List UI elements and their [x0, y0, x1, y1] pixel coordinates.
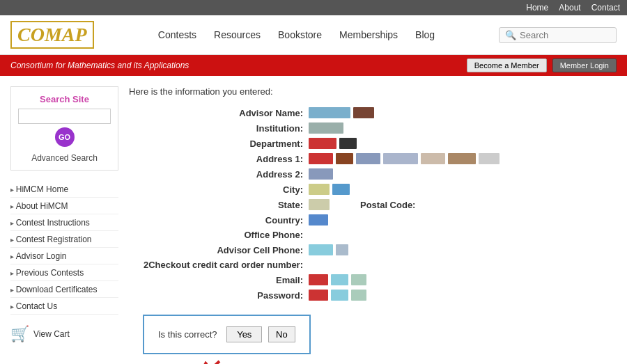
intro-text: Here is the information you entered: [129, 86, 617, 97]
logo: COMAP [10, 21, 94, 49]
nav-contests[interactable]: Contests [158, 29, 196, 40]
contact-link[interactable]: Contact [591, 3, 620, 13]
red-banner: Consortium for Mathematics and its Appli… [0, 55, 627, 76]
nav-resources[interactable]: Resources [214, 29, 261, 40]
redacted-block [309, 168, 333, 180]
redacted-block [331, 274, 348, 285]
sidebar-item-advisor-login[interactable]: Advisor Login [10, 248, 118, 264]
redacted-block [331, 290, 348, 301]
password-value [309, 290, 366, 301]
redacted-block [309, 199, 330, 210]
about-link[interactable]: About [559, 3, 580, 13]
member-login-button[interactable]: Member Login [552, 58, 617, 72]
institution-row: Institution: [143, 122, 617, 134]
redacted-block [309, 138, 336, 149]
country-value [309, 214, 328, 225]
institution-label: Institution: [143, 123, 303, 134]
sidebar-item-himcm-home[interactable]: HiMCM Home [10, 181, 118, 198]
sidebar-item-download-certificates[interactable]: Download Certificates [10, 281, 118, 298]
sidebar-item-contact-us[interactable]: Contact Us [10, 298, 118, 315]
redacted-block [356, 153, 380, 164]
info-table: Advisor Name: Institution: Department: [143, 107, 617, 301]
redacted-block [309, 274, 328, 285]
banner-buttons: Become a Member Member Login [467, 58, 617, 72]
country-label: Country: [143, 215, 303, 225]
home-link[interactable]: Home [526, 3, 548, 13]
city-value [309, 184, 350, 195]
top-bar: Home About Contact [0, 0, 627, 15]
redacted-block [353, 107, 374, 118]
content-wrapper: Search Site GO Advanced Search HiMCM Hom… [0, 76, 627, 364]
email-label: Email: [143, 275, 303, 285]
svg-line-1 [192, 361, 219, 364]
sidebar: Search Site GO Advanced Search HiMCM Hom… [10, 86, 118, 364]
cart-area: 🛒 View Cart [10, 325, 118, 343]
confirmation-section: Is this correct? Yes No [143, 315, 617, 364]
nav-memberships[interactable]: Memberships [339, 29, 398, 40]
address2-value [309, 168, 333, 180]
confirm-question: Is this correct? [158, 329, 217, 340]
advisor-name-value [309, 107, 374, 118]
go-button[interactable]: GO [55, 127, 75, 147]
sidebar-item-contest-registration[interactable]: Contest Registration [10, 231, 118, 248]
redacted-block [351, 274, 366, 285]
redacted-block [332, 184, 350, 195]
redacted-block [336, 244, 348, 255]
cell-phone-row: Advisor Cell Phone: [143, 244, 617, 255]
header-search-input[interactable] [520, 30, 610, 40]
nav-bookstore[interactable]: Bookstore [278, 29, 322, 40]
city-label: City: [143, 184, 303, 195]
address1-value [309, 153, 500, 164]
redacted-block [309, 122, 343, 134]
main-content: Here is the information you entered: Adv… [129, 86, 617, 364]
country-row: Country: [143, 214, 617, 225]
redacted-block [309, 107, 350, 118]
redacted-block [309, 184, 330, 195]
redacted-block [479, 153, 500, 164]
cart-icon: 🛒 [10, 325, 29, 343]
city-row: City: [143, 184, 617, 195]
redacted-block [383, 153, 418, 164]
redacted-block [309, 214, 328, 225]
confirm-box: Is this correct? Yes No [143, 315, 311, 354]
address2-label: Address 2: [143, 169, 303, 180]
redacted-block [309, 290, 328, 301]
nav-blog[interactable]: Blog [415, 29, 435, 40]
banner-text: Consortium for Mathematics and its Appli… [10, 61, 189, 70]
address2-row: Address 2: [143, 168, 617, 180]
state-row: State: Postal Code: [143, 199, 617, 210]
main-nav: Contests Resources Bookstore Memberships… [108, 29, 485, 40]
arrow-container [185, 358, 627, 364]
cell-phone-value [309, 244, 348, 255]
no-button[interactable]: No [268, 326, 295, 342]
redacted-block [421, 153, 445, 164]
advanced-search-link[interactable]: Advanced Search [18, 153, 111, 163]
department-row: Department: [143, 138, 617, 149]
search-site-box: Search Site GO Advanced Search [10, 86, 118, 171]
checkout-row: 2Checkout credit card order number: [143, 260, 617, 270]
red-arrow-icon [185, 358, 226, 364]
redacted-block [309, 244, 333, 255]
password-label: Password: [143, 290, 303, 301]
state-label: State: [143, 200, 303, 210]
sidebar-item-about-himcm[interactable]: About HiMCM [10, 198, 118, 214]
search-site-title: Search Site [18, 94, 111, 104]
checkout-label: 2Checkout credit card order number: [143, 260, 303, 270]
email-value [309, 274, 366, 285]
view-cart-link[interactable]: View Cart [33, 329, 70, 339]
header-search-box: 🔍 [499, 27, 617, 43]
yes-button[interactable]: Yes [226, 326, 262, 342]
sidebar-item-previous-contests[interactable]: Previous Contests [10, 264, 118, 281]
become-member-button[interactable]: Become a Member [467, 58, 547, 72]
department-value [309, 138, 357, 149]
advisor-name-row: Advisor Name: [143, 107, 617, 118]
cell-phone-label: Advisor Cell Phone: [143, 245, 303, 255]
redacted-block [309, 153, 333, 164]
state-value: Postal Code: [309, 199, 415, 210]
search-site-input[interactable] [18, 109, 111, 124]
redacted-block [339, 138, 357, 149]
redacted-block [351, 290, 366, 301]
main-header: COMAP Contests Resources Bookstore Membe… [0, 15, 627, 55]
sidebar-item-contest-instructions[interactable]: Contest Instructions [10, 214, 118, 231]
sidebar-nav: HiMCM Home About HiMCM Contest Instructi… [10, 181, 118, 315]
